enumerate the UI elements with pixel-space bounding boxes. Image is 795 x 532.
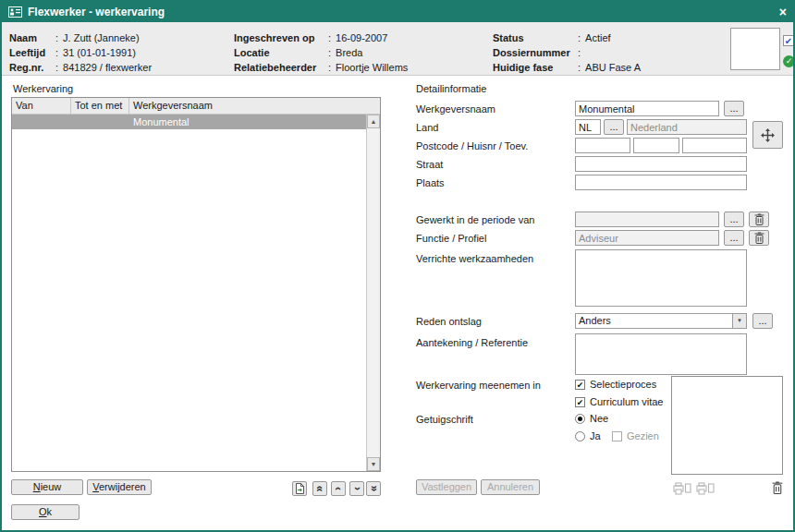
getuigschrift-ja-radio[interactable]: Ja	[575, 429, 601, 442]
annuleren-button[interactable]: Annuleren	[481, 479, 540, 495]
periode-browse-button[interactable]: ...	[724, 212, 744, 227]
ingeschreven-value: 16-09-2007	[336, 32, 387, 43]
dossiernummer-row: Dossiernummer:	[493, 45, 641, 60]
window-title: Flexwerker - werkervaring	[28, 6, 774, 18]
postcode-huisnr-toev-label: Postcode / Huisnr / Toev.	[416, 140, 528, 151]
werkgeversnaam-input[interactable]	[575, 101, 719, 116]
status-ok-icon: ✓	[783, 55, 795, 67]
move-first-button[interactable]: «	[312, 481, 327, 496]
title-bar[interactable]: Flexwerker - werkervaring ×	[2, 2, 793, 22]
double-chevron-down-icon: «	[369, 486, 378, 492]
periode-label: Gewerkt in de periode van	[416, 214, 534, 225]
chevron-up-icon: ‹	[334, 487, 343, 490]
chevron-down-icon[interactable]: ▼	[732, 314, 746, 328]
werkgeversnaam-browse-button[interactable]: ...	[724, 101, 744, 116]
map-locate-button[interactable]	[752, 121, 783, 149]
reden-ontslag-browse-button[interactable]: ...	[752, 313, 773, 329]
curriculum-vitae-checkbox[interactable]: ✔ Curriculum vitae	[575, 395, 663, 408]
getuigschrift-preview-box	[671, 376, 783, 475]
land-code-input[interactable]	[575, 119, 601, 135]
relatiebeheerder-row: Relatiebeheerder:Floortje Willems	[234, 60, 408, 75]
aantekening-label: Aantekening / Referentie	[416, 337, 528, 348]
periode-delete-button[interactable]	[749, 212, 769, 227]
double-chevron-up-icon: «	[315, 486, 324, 492]
werkgeversnaam-label: Werkgeversnaam	[416, 103, 495, 115]
chevron-down-icon: ‹	[352, 487, 361, 490]
land-label: Land	[416, 122, 438, 133]
plaats-input[interactable]	[575, 175, 747, 190]
table-header: Van Tot en met Werkgeversnaam	[12, 98, 380, 115]
cell-werkgeversnaam: Monumental	[129, 115, 366, 129]
straat-input[interactable]	[575, 156, 747, 172]
detail-section-title: Detailinformatie	[416, 83, 486, 94]
aantekening-textarea[interactable]	[575, 333, 747, 375]
column-header-werkgeversnaam[interactable]: Werkgeversnaam	[129, 98, 380, 114]
werkzaamheden-textarea[interactable]	[575, 249, 747, 307]
functie-delete-button[interactable]	[749, 230, 769, 246]
column-header-van[interactable]: Van	[12, 98, 71, 114]
werkervaring-section-title: Werkervaring	[13, 83, 73, 94]
printer-document-icon	[696, 482, 715, 495]
checkbox-unchecked-icon	[612, 431, 622, 441]
naam-value: J. Zutt (Janneke)	[63, 32, 140, 43]
land-name-input	[627, 119, 747, 135]
print-document-button[interactable]	[695, 480, 716, 496]
flexwerker-werkervaring-dialog: Flexwerker - werkervaring × Naam:J. Zutt…	[0, 0, 795, 532]
getuigschrift-label: Getuigschrift	[416, 414, 473, 425]
cell-tot-en-met	[71, 115, 129, 129]
naam-row: Naam:J. Zutt (Janneke)	[9, 30, 152, 45]
regnr-value: 841829 / flexwerker	[63, 62, 152, 73]
locatie-value: Breda	[336, 47, 362, 58]
header-column-1: Naam:J. Zutt (Janneke) Leeftijd:31 (01-0…	[9, 30, 152, 75]
document-delete-button[interactable]	[767, 479, 788, 495]
functie-browse-button[interactable]: ...	[724, 230, 744, 246]
move-last-button[interactable]: «	[366, 481, 381, 496]
checkbox-checked-icon: ✔	[575, 397, 585, 407]
postcode-input[interactable]	[575, 138, 630, 153]
move-four-directions-icon	[760, 127, 776, 143]
reden-ontslag-label: Reden ontslag	[416, 316, 482, 327]
cell-van	[12, 115, 71, 129]
table-row[interactable]: Monumental	[12, 115, 366, 129]
column-header-tot-en-met[interactable]: Tot en met	[71, 98, 129, 114]
toevoeging-input[interactable]	[682, 138, 747, 153]
reden-ontslag-value: Anders	[576, 314, 732, 328]
close-icon[interactable]: ×	[779, 6, 787, 18]
locatie-row: Locatie:Breda	[234, 45, 408, 60]
trash-icon	[754, 232, 764, 244]
reden-ontslag-select[interactable]: Anders ▼	[575, 313, 747, 329]
scroll-up-icon[interactable]: ▲	[367, 115, 380, 128]
huisnr-input[interactable]	[633, 138, 679, 153]
insert-row-button[interactable]	[292, 481, 307, 496]
header-column-3: Status:Actief Dossiernummer: Huidige fas…	[493, 30, 641, 75]
functie-input[interactable]	[575, 230, 719, 246]
new-page-icon	[295, 483, 305, 494]
checkbox-checked-icon: ✔	[575, 380, 585, 390]
move-down-button[interactable]: ‹	[349, 481, 364, 496]
getuigschrift-nee-radio[interactable]: Nee	[575, 412, 608, 425]
header-column-2: Ingeschreven op:16-09-2007 Locatie:Breda…	[234, 30, 408, 75]
radio-selected-icon	[575, 414, 585, 424]
plaats-label: Plaats	[416, 177, 445, 188]
relatiebeheerder-value: Floortje Willems	[336, 62, 408, 73]
scroll-down-icon[interactable]: ▼	[367, 457, 380, 471]
selectieproces-checkbox[interactable]: ✔ Selectieproces	[575, 378, 656, 391]
vastleggen-button[interactable]: Vastleggen	[416, 479, 477, 495]
huidige-fase-row: Huidige fase:ABU Fase A	[493, 60, 641, 75]
nieuw-button[interactable]: Nieuw	[11, 479, 83, 495]
status-row: Status:Actief	[493, 30, 641, 45]
periode-input[interactable]	[575, 212, 719, 227]
land-browse-button[interactable]: ...	[604, 119, 624, 135]
meenemen-label: Werkervaring meenemen in	[416, 380, 541, 391]
scan-document-button[interactable]	[672, 480, 692, 496]
regnr-row: Reg.nr.:841829 / flexwerker	[9, 60, 152, 75]
trash-icon	[772, 481, 783, 494]
verwijderen-button[interactable]: Verwijderen	[87, 479, 152, 495]
functie-profiel-label: Functie / Profiel	[416, 233, 486, 244]
status-value: Actief	[585, 32, 611, 43]
werkervaring-table[interactable]: Van Tot en met Werkgeversnaam Monumental…	[11, 97, 381, 472]
vertical-scrollbar[interactable]: ▲ ▼	[366, 115, 380, 471]
leeftijd-row: Leeftijd:31 (01-01-1991)	[9, 45, 152, 60]
ok-button[interactable]: Ok	[11, 504, 80, 520]
move-up-button[interactable]: ‹	[331, 481, 346, 496]
